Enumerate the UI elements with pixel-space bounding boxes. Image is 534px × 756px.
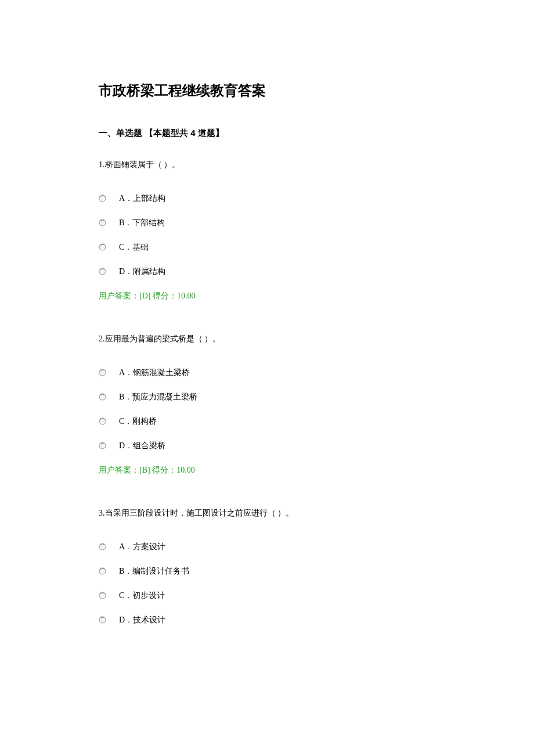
radio-icon[interactable] <box>99 243 106 250</box>
radio-icon[interactable] <box>99 368 106 376</box>
svg-point-7 <box>99 442 106 449</box>
option-row[interactable]: B．编制设计任务书 <box>99 566 435 577</box>
svg-point-3 <box>99 268 106 275</box>
option-label: A．上部结构 <box>119 193 165 204</box>
radio-icon[interactable] <box>99 267 106 275</box>
radio-icon[interactable] <box>99 591 106 599</box>
svg-point-5 <box>99 394 106 400</box>
svg-point-10 <box>99 592 106 599</box>
option-label: A．钢筋混凝土梁桥 <box>119 368 190 378</box>
svg-point-8 <box>99 543 106 550</box>
svg-point-1 <box>99 219 106 226</box>
option-row[interactable]: B．下部结构 <box>99 218 435 228</box>
option-label: B．下部结构 <box>119 218 165 228</box>
radio-icon[interactable] <box>99 417 106 424</box>
option-label: D．组合梁桥 <box>119 441 165 451</box>
option-row[interactable]: A．钢筋混凝土梁桥 <box>99 368 435 378</box>
radio-icon[interactable] <box>99 194 106 201</box>
radio-icon[interactable] <box>99 615 106 623</box>
answer-line: 用户答案：[D] 得分：10.00 <box>99 291 435 301</box>
option-row[interactable]: D．附属结构 <box>99 267 435 277</box>
question-block: 3.当采用三阶段设计时，施工图设计之前应进行（ ）。 A．方案设计 B．编制设计… <box>99 508 435 625</box>
section-header: 一、单选题 【本题型共 4 道题】 <box>99 128 435 139</box>
question-block: 2.应用最为普遍的梁式桥是（ ）。 A．钢筋混凝土梁桥 B．预应力混凝土梁桥 C… <box>99 334 435 476</box>
option-row[interactable]: C．基础 <box>99 242 435 253</box>
option-row[interactable]: A．上部结构 <box>99 193 435 204</box>
radio-icon[interactable] <box>99 218 106 226</box>
svg-point-6 <box>99 418 106 424</box>
option-label: C．初步设计 <box>119 591 165 601</box>
option-label: D．附属结构 <box>119 267 165 277</box>
option-label: A．方案设计 <box>119 542 165 552</box>
option-row[interactable]: D．组合梁桥 <box>99 441 435 451</box>
option-row[interactable]: B．预应力混凝土梁桥 <box>99 392 435 402</box>
page-title: 市政桥梁工程继续教育答案 <box>99 81 435 100</box>
svg-point-0 <box>99 195 106 201</box>
option-row[interactable]: C．刚构桥 <box>99 416 435 427</box>
option-label: B．预应力混凝土梁桥 <box>119 392 197 402</box>
question-text: 3.当采用三阶段设计时，施工图设计之前应进行（ ）。 <box>99 508 435 519</box>
answer-line: 用户答案：[B] 得分：10.00 <box>99 465 435 476</box>
svg-point-11 <box>99 617 106 623</box>
option-label: C．刚构桥 <box>119 416 157 427</box>
radio-icon[interactable] <box>99 567 106 574</box>
radio-icon[interactable] <box>99 441 106 449</box>
svg-point-4 <box>99 369 106 376</box>
option-row[interactable]: C．初步设计 <box>99 591 435 601</box>
option-label: C．基础 <box>119 242 149 253</box>
question-block: 1.桥面铺装属于（ ）。 A．上部结构 B．下部结构 C．基础 <box>99 160 435 301</box>
svg-point-2 <box>99 244 106 250</box>
option-row[interactable]: A．方案设计 <box>99 542 435 552</box>
question-text: 1.桥面铺装属于（ ）。 <box>99 160 435 170</box>
option-row[interactable]: D．技术设计 <box>99 615 435 625</box>
question-text: 2.应用最为普遍的梁式桥是（ ）。 <box>99 334 435 344</box>
option-label: D．技术设计 <box>119 615 165 625</box>
svg-point-9 <box>99 568 106 574</box>
radio-icon[interactable] <box>99 542 106 550</box>
option-label: B．编制设计任务书 <box>119 566 189 577</box>
radio-icon[interactable] <box>99 393 106 400</box>
